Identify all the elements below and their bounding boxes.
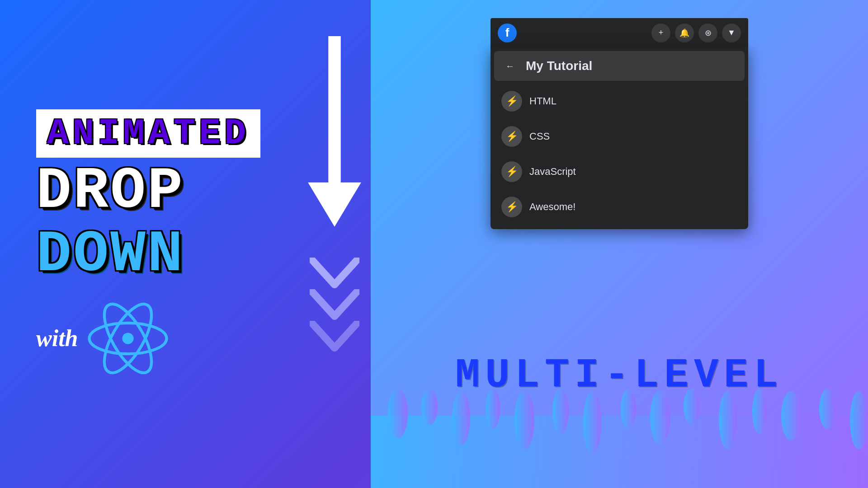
awesome-icon: ⚡	[501, 197, 522, 217]
add-button[interactable]: +	[651, 23, 670, 42]
chevron-1-icon	[310, 258, 359, 289]
svg-point-10	[486, 389, 500, 429]
chevrons	[310, 258, 359, 352]
dropdown-title: My Tutorial	[526, 59, 592, 73]
svg-point-15	[650, 391, 670, 445]
html-label: HTML	[529, 95, 557, 107]
dropdown-item-css[interactable]: ⚡ CSS	[494, 120, 745, 153]
html-icon: ⚡	[501, 91, 522, 112]
svg-rect-4	[328, 36, 340, 196]
fb-navbar: f + 🔔 ⊛ ▼	[491, 18, 748, 47]
svg-point-17	[719, 391, 737, 450]
messenger-button[interactable]: ⊛	[698, 23, 717, 42]
css-label: CSS	[529, 131, 550, 142]
with-label: with	[36, 325, 78, 352]
down-text: DOWN	[36, 225, 184, 284]
svg-point-3	[122, 333, 133, 344]
svg-marker-5	[308, 183, 361, 227]
back-arrow-icon: ←	[505, 61, 514, 71]
javascript-label: JavaScript	[529, 166, 576, 178]
svg-point-21	[850, 391, 868, 450]
svg-point-8	[421, 389, 438, 425]
svg-point-19	[781, 391, 801, 441]
chevron-2-icon	[310, 289, 359, 321]
with-react-row: with	[36, 298, 169, 379]
css-icon: ⚡	[501, 126, 522, 147]
dropdown-header: ← My Tutorial	[494, 51, 745, 81]
dropdown-item-javascript[interactable]: ⚡ JavaScript	[494, 155, 745, 188]
fb-logo: f	[498, 23, 517, 42]
notifications-button[interactable]: 🔔	[675, 23, 694, 42]
chevron-3-icon	[310, 321, 359, 352]
right-section: f + 🔔 ⊛ ▼ ← My Tutorial ⚡ HTML ⚡ CSS ⚡ J	[371, 0, 868, 488]
fb-nav-icons: + 🔔 ⊛ ▼	[651, 23, 741, 42]
javascript-icon: ⚡	[501, 161, 522, 182]
svg-point-9	[452, 391, 470, 445]
fb-dropdown: ← My Tutorial ⚡ HTML ⚡ CSS ⚡ JavaScript …	[491, 47, 748, 229]
svg-point-7	[388, 389, 408, 438]
svg-point-16	[684, 389, 700, 425]
react-logo-icon	[87, 298, 169, 379]
svg-point-11	[514, 391, 534, 450]
dropdown-item-awesome[interactable]: ⚡ Awesome!	[494, 190, 745, 224]
svg-point-12	[552, 389, 569, 434]
arrow-section	[298, 36, 371, 352]
bottom-section: MULTI-LEVEL	[371, 343, 868, 488]
animated-text: ANIMATED	[47, 113, 250, 154]
svg-point-13	[583, 391, 601, 454]
drop-text: DROP	[36, 162, 184, 221]
svg-point-14	[621, 389, 636, 429]
svg-point-20	[819, 389, 835, 429]
big-arrow-icon	[307, 36, 362, 267]
animated-label-box: ANIMATED	[36, 109, 260, 158]
awesome-label: Awesome!	[529, 201, 576, 213]
svg-point-18	[752, 389, 767, 434]
account-menu-button[interactable]: ▼	[722, 23, 741, 42]
fb-letter: f	[505, 26, 509, 40]
back-button[interactable]: ←	[501, 57, 519, 75]
dropdown-item-html[interactable]: ⚡ HTML	[494, 84, 745, 118]
drip-decoration	[371, 389, 868, 488]
